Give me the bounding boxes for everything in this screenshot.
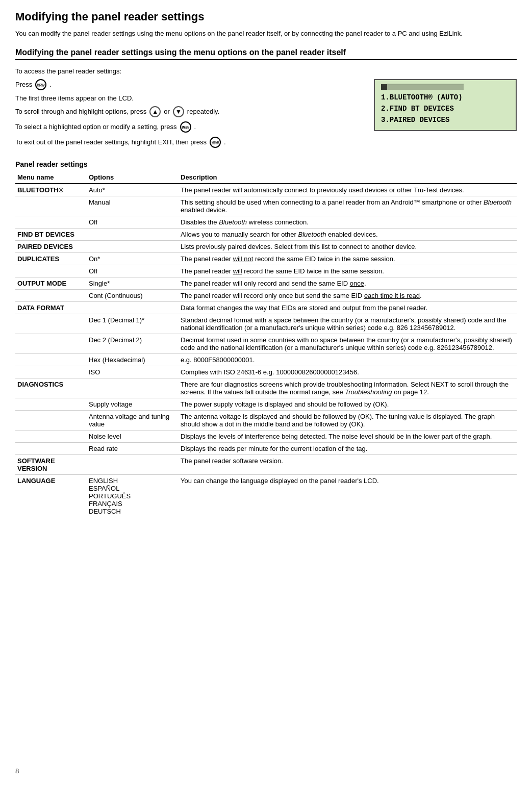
table-cell-menu: DUPLICATES: [15, 252, 87, 265]
table-cell-description: The panel reader will record the same EI…: [179, 265, 517, 277]
table-cell-option: Off: [87, 265, 179, 277]
table-cell-description: Data format changes the way that EIDs ar…: [179, 301, 517, 314]
table-cell-description: The panel reader will record only once b…: [179, 289, 517, 301]
table-cell-description: This setting should be used when connect…: [179, 196, 517, 216]
press-period: .: [49, 81, 52, 88]
lcd-line-1: 1.BLUETOOTH® (AUTO): [381, 92, 510, 103]
press-label: Press: [15, 81, 32, 88]
table-cell-menu: [15, 265, 87, 277]
table-cell-option: ISO: [87, 366, 179, 378]
table-cell-description: You can change the language displayed on…: [179, 474, 517, 517]
table-row: DATA FORMATData format changes the way t…: [15, 301, 517, 314]
table-cell-option: Supply voltage: [87, 398, 179, 410]
table-cell-option: [87, 301, 179, 314]
table-cell-menu: [15, 334, 87, 353]
table-row: ManualThis setting should be used when c…: [15, 196, 517, 216]
table-cell-description: e.g. 8000F58000000001.: [179, 353, 517, 366]
table-cell-description: The panel reader will automatically conn…: [179, 184, 517, 196]
table-cell-description: The panel reader will not record the sam…: [179, 252, 517, 265]
table-row: Cont (Continuous)The panel reader will r…: [15, 289, 517, 301]
table-cell-option: Off: [87, 216, 179, 228]
table-cell-description: Complies with ISO 24631-6 e.g. 100000082…: [179, 366, 517, 378]
select-text: To select a highlighted option or modify…: [15, 122, 177, 132]
table-cell-option: [87, 454, 179, 474]
table-cell-description: Allows you to manually search for other …: [179, 228, 517, 240]
table-cell-option: [87, 228, 179, 240]
lcd-status-bar: ▓▓▒▒▒▒▒▒▒▒▒▒▒▒▒▒▒▒▒▒▒▒▒▒▒▒▒: [381, 84, 510, 90]
table-cell-menu: [15, 216, 87, 228]
table-cell-option: Dec 2 (Decimal 2): [87, 334, 179, 353]
table-cell-menu: DATA FORMAT: [15, 301, 87, 314]
table-cell-menu: [15, 196, 87, 216]
exit-line: To exit out of the panel reader settings…: [15, 137, 517, 148]
table-row: FIND BT DEVICESAllows you to manually se…: [15, 228, 517, 240]
page-title: Modifying the panel reader settings: [15, 10, 517, 23]
scroll-after: repeatedly.: [187, 107, 219, 117]
arrow-up-icon: ▲: [149, 106, 161, 117]
table-row: OUTPUT MODESingle*The panel reader will …: [15, 277, 517, 289]
col-header-description: Description: [179, 171, 517, 184]
table-cell-option: Single*: [87, 277, 179, 289]
exit-text-after: .: [224, 137, 226, 147]
table-cell-menu: [15, 289, 87, 301]
table-cell-description: There are four diagnostics screens which…: [179, 378, 517, 398]
table-row: Dec 2 (Decimal 2)Decimal format used in …: [15, 334, 517, 353]
table-cell-option: Manual: [87, 196, 179, 216]
table-header-row: Menu name Options Description: [15, 171, 517, 184]
scroll-line: To scroll through and highlight options,…: [15, 106, 364, 117]
scroll-text-before: To scroll through and highlight options,…: [15, 107, 146, 117]
table-row: PAIRED DEVICESLists previously paired de…: [15, 240, 517, 252]
table-cell-option: Cont (Continuous): [87, 289, 179, 301]
select-line: To select a highlighted option or modify…: [15, 121, 364, 133]
table-row: Noise levelDisplays the levels of interf…: [15, 430, 517, 442]
table-cell-description: Displays the reads per minute for the cu…: [179, 442, 517, 454]
section1-heading: Modifying the panel reader settings usin…: [15, 48, 517, 60]
press-line: Press .: [15, 79, 364, 90]
table-cell-description: The panel reader will only record and se…: [179, 277, 517, 289]
menu-enter-icon-2: [180, 121, 191, 133]
table-row: LANGUAGEENGLISHESPAÑOLPORTUGUÊSFRANÇAISD…: [15, 474, 517, 517]
scroll-or: or: [164, 107, 170, 117]
table-row: OffThe panel reader will record the same…: [15, 265, 517, 277]
table-cell-menu: [15, 314, 87, 334]
table-cell-description: Displays the levels of interference bein…: [179, 430, 517, 442]
table-row: Read rateDisplays the reads per minute f…: [15, 442, 517, 454]
table-cell-option: Dec 1 (Decimal 1)*: [87, 314, 179, 334]
table-cell-option: ENGLISHESPAÑOLPORTUGUÊSFRANÇAISDEUTSCH: [87, 474, 179, 517]
table-row: DUPLICATESOn*The panel reader will not r…: [15, 252, 517, 265]
table-cell-menu: LANGUAGE: [15, 474, 87, 517]
table-row: SOFTWARE VERSIONThe panel reader softwar…: [15, 454, 517, 474]
table-cell-option: Hex (Hexadecimal): [87, 353, 179, 366]
table-cell-description: The power supply voltage is displayed an…: [179, 398, 517, 410]
table-cell-menu: DIAGNOSTICS: [15, 378, 87, 398]
table-row: Supply voltageThe power supply voltage i…: [15, 398, 517, 410]
lcd-display: ▓▓▒▒▒▒▒▒▒▒▒▒▒▒▒▒▒▒▒▒▒▒▒▒▒▒▒ 1.BLUETOOTH®…: [374, 79, 517, 131]
table-cell-menu: [15, 430, 87, 442]
table-cell-description: Standard decimal format with a space bet…: [179, 314, 517, 334]
table-cell-menu: [15, 353, 87, 366]
table-row: DIAGNOSTICSThere are four diagnostics sc…: [15, 378, 517, 398]
table-row: Antenna voltage and tuning valueThe ante…: [15, 410, 517, 430]
table-row: BLUETOOTH®Auto*The panel reader will aut…: [15, 184, 517, 196]
panel-settings-heading: Panel reader settings: [15, 160, 517, 168]
table-cell-option: Auto*: [87, 184, 179, 196]
table-cell-description: Disables the Bluetooth wireless connecti…: [179, 216, 517, 228]
table-cell-option: [87, 378, 179, 398]
select-period: .: [194, 122, 196, 132]
table-cell-option: Read rate: [87, 442, 179, 454]
table-cell-description: Decimal format used in some countries wi…: [179, 334, 517, 353]
arrow-down-icon: ▼: [173, 106, 184, 117]
intro-paragraph: You can modify the panel reader settings…: [15, 29, 517, 39]
menu-enter-icon-3: [210, 137, 221, 148]
access-text: To access the panel reader settings:: [15, 67, 517, 75]
table-cell-description: The panel reader software version.: [179, 454, 517, 474]
lcd-line-3: 3.PAIRED DEVICES: [381, 114, 510, 125]
table-cell-menu: [15, 410, 87, 430]
table-cell-menu: [15, 398, 87, 410]
table-cell-menu: PAIRED DEVICES: [15, 240, 87, 252]
menu-enter-icon: [35, 79, 46, 90]
table-cell-description: Lists previously paired devices. Select …: [179, 240, 517, 252]
table-cell-menu: FIND BT DEVICES: [15, 228, 87, 240]
table-cell-menu: [15, 366, 87, 378]
settings-table: Menu name Options Description BLUETOOTH®…: [15, 171, 517, 517]
